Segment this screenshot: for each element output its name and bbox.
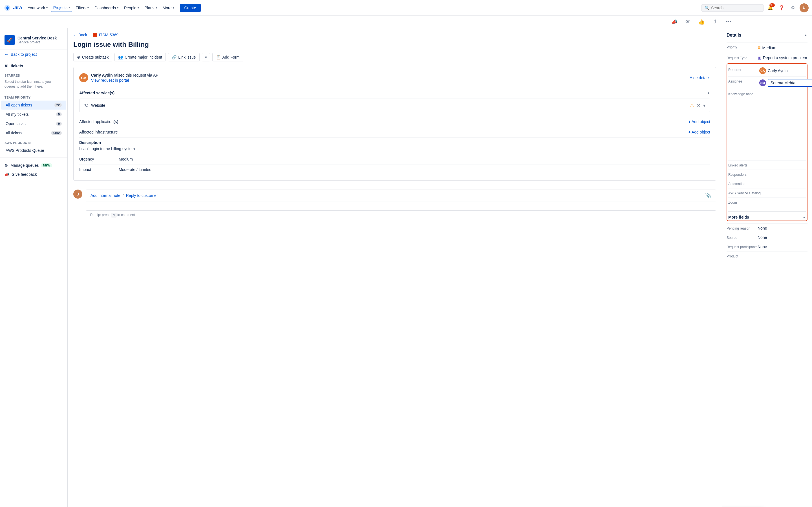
manage-queues-button[interactable]: ⚙ Manage queues NEW [4, 161, 63, 170]
add-internal-note-tab[interactable]: Add internal note [91, 192, 120, 199]
create-major-incident-button[interactable]: 👥 Create major incident [114, 53, 166, 61]
sidebar-badge-all: 5102 [51, 131, 62, 135]
ticket-id-link[interactable]: ! ITSM-5369 [93, 33, 118, 37]
requester-row: CA Carly Aydin raised this request via A… [79, 73, 710, 82]
like-icon[interactable]: 👍 [697, 17, 706, 26]
projects-nav[interactable]: Projects ▾ [51, 4, 72, 12]
reporter-name: Carly Aydin [768, 68, 788, 73]
pending-reason-label: Pending reason [726, 226, 758, 230]
details-chevron-icon[interactable]: ▲ [804, 33, 808, 37]
your-work-nav[interactable]: Your work ▾ [26, 4, 50, 12]
plans-nav[interactable]: Plans ▾ [142, 4, 159, 12]
affected-services-chevron-icon[interactable]: ▲ [707, 91, 710, 95]
sidebar-item-aws-products[interactable]: AWS Products Queue [1, 146, 66, 155]
attach-button[interactable]: 📎 [705, 192, 711, 199]
manage-queues-new-badge: NEW [41, 163, 52, 167]
incident-icon: 👥 [118, 55, 123, 59]
impact-label: Impact [79, 167, 119, 172]
request-type-row: Request Type ▣ Report a system problem [726, 53, 808, 62]
main-content: ← Back | ! ITSM-5369 Login issue with Bi… [68, 28, 722, 507]
service-name-group: ⟲ Website [84, 102, 105, 108]
service-expand-icon[interactable]: ▾ [703, 103, 705, 108]
assignee-label: Assignee [728, 79, 759, 83]
requester-avatar: CA [79, 73, 88, 82]
notifications-button[interactable]: 🔔 9+ [766, 3, 775, 12]
more-fields-header[interactable]: More fields ▲ [728, 215, 806, 219]
add-form-button[interactable]: 📋 Add Form [212, 53, 243, 61]
more-toolbar-button[interactable]: ▾ [202, 53, 210, 61]
search-input[interactable] [711, 6, 760, 10]
dashboards-nav[interactable]: Dashboards ▾ [92, 4, 121, 12]
pending-reason-row: Pending reason None [726, 223, 808, 233]
linked-alerts-row: Linked alerts [728, 160, 806, 170]
reply-to-customer-tab[interactable]: Reply to customer [126, 192, 158, 199]
back-button[interactable]: ← Back [73, 33, 87, 37]
ticket-id: ITSM-5369 [99, 33, 118, 37]
automation-label: Automation [728, 181, 759, 186]
product-row: Product [726, 251, 808, 261]
knowledge-base-row: Knowledge base [728, 89, 806, 98]
sidebar-project-info: Central Service Desk Service project [17, 36, 57, 44]
more-fields-chevron-icon[interactable]: ▲ [802, 215, 806, 219]
link-issue-button[interactable]: 🔗 Link issue [168, 53, 199, 61]
urgency-value: Medium [119, 157, 133, 161]
request-participants-row: Request participants None [726, 242, 808, 251]
logo[interactable]: Jira [3, 4, 22, 12]
create-button[interactable]: Create [180, 4, 201, 12]
more-options-icon[interactable]: ••• [724, 17, 733, 26]
request-participants-value: None [758, 244, 808, 249]
people-nav[interactable]: People ▾ [122, 4, 141, 12]
impact-row: Impact Moderate / Limited [79, 164, 710, 175]
sidebar-item-all-tickets[interactable]: All tickets 5102 [1, 128, 66, 137]
unlink-service-icon[interactable]: ✕ [697, 103, 700, 108]
assignee-input[interactable] [768, 79, 812, 87]
create-subtask-button[interactable]: ⊕ Create subtask [73, 53, 112, 61]
sidebar-project-header: 🚀 Central Service Desk Service project [0, 33, 67, 50]
form-icon: 📋 [216, 55, 221, 59]
ticket-type-icon: ! [93, 33, 97, 37]
pro-tip-suffix: to comment [117, 213, 135, 217]
pro-tip: Pro tip: press M to comment [86, 213, 716, 219]
add-form-label: Add Form [222, 55, 240, 59]
more-fields-content: Pending reason None Source None Request … [726, 223, 808, 261]
starred-section-title: STARRED [0, 70, 67, 78]
watch-icon[interactable]: 👁 [683, 17, 693, 26]
affected-infrastructure-row: Affected infrastructure + Add object [79, 127, 710, 137]
view-portal-link[interactable]: View request in portal [91, 78, 160, 82]
user-avatar[interactable]: U [800, 3, 809, 12]
search-icon: 🔍 [705, 6, 709, 10]
share-icon[interactable]: ⤴ [711, 17, 719, 26]
sidebar-item-open-tasks[interactable]: Open tasks 0 [1, 119, 66, 128]
help-button[interactable]: ❓ [777, 3, 786, 12]
dashboards-chevron-icon: ▾ [117, 6, 118, 9]
sidebar-item-all-open-tickets[interactable]: All open tickets 22 [1, 101, 66, 110]
sidebar-item-label-tasks: Open tasks [6, 121, 26, 126]
add-infrastructure-button[interactable]: + Add object [689, 130, 710, 134]
sub-navigation: 📣 👁 👍 ⤴ ••• [0, 16, 812, 28]
gear-icon: ⚙ [4, 163, 8, 168]
filters-nav[interactable]: Filters ▾ [73, 4, 91, 12]
description-text: I can't login to the billing system [79, 147, 710, 151]
give-feedback-button[interactable]: 📣 Give feedback [4, 170, 63, 179]
settings-button[interactable]: ⚙ [788, 3, 797, 12]
sidebar-item-all-my-tickets[interactable]: All my tickets 5 [1, 110, 66, 119]
back-to-project-button[interactable]: ← Back to project [0, 50, 67, 59]
affected-infrastructure-label: Affected infrastructure [79, 130, 118, 134]
notification-badge: 9+ [769, 3, 775, 7]
service-website-row: ⟲ Website ⚠ ✕ ▾ [79, 99, 710, 112]
sidebar-project-type: Service project [17, 40, 57, 44]
hide-details-button[interactable]: Hide details [690, 75, 710, 80]
urgency-row: Urgency Medium [79, 154, 710, 164]
add-application-button[interactable]: + Add object [689, 119, 710, 124]
issue-title: Login issue with Billing [73, 41, 716, 48]
announce-icon[interactable]: 📣 [670, 17, 679, 26]
team-priority-section-title: TEAM PRIORITY [0, 93, 67, 100]
back-label: Back [79, 33, 87, 37]
comment-input[interactable] [89, 204, 711, 208]
more-nav[interactable]: More ▾ [160, 4, 176, 12]
topnav-right: 🔍 🔔 9+ ❓ ⚙ U [702, 3, 809, 12]
sidebar-badge-my: 5 [56, 112, 62, 116]
megaphone-icon: 📣 [4, 172, 9, 177]
back-arrow-icon: ← [4, 52, 8, 57]
description-label: Description [79, 140, 710, 145]
